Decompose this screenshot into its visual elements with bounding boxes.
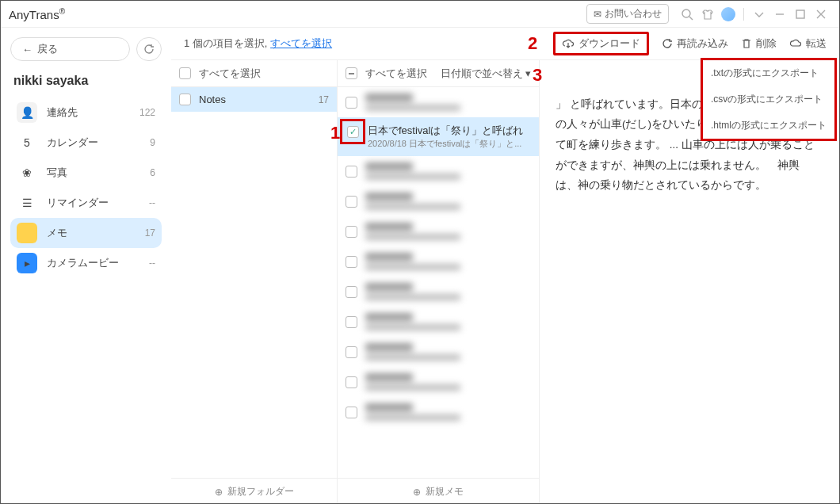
- minimize-icon[interactable]: [772, 6, 788, 22]
- notes-select-all-checkbox[interactable]: [346, 67, 357, 79]
- new-note-button[interactable]: ⊕ 新規メモ: [338, 478, 539, 504]
- svg-rect-3: [796, 10, 804, 18]
- account-name: nikki sayaka: [13, 74, 162, 88]
- annotation-1: 1: [330, 123, 340, 143]
- back-button[interactable]: ← 戻る: [10, 37, 130, 61]
- sidebar-icon: 👤: [17, 102, 37, 123]
- svg-line-1: [689, 17, 693, 20]
- sidebar-item-0[interactable]: 👤連絡先122: [10, 97, 162, 128]
- list-item[interactable]: [338, 186, 539, 216]
- folder-select-all-checkbox[interactable]: [179, 67, 191, 79]
- export-txt[interactable]: .txtの形式にエクスポート: [703, 60, 834, 86]
- note-checkbox[interactable]: [346, 226, 357, 238]
- note-checkbox[interactable]: [346, 256, 357, 268]
- note-checkbox[interactable]: [346, 286, 357, 298]
- cloud-transfer-icon: [789, 38, 802, 49]
- folder-head-label: すべてを選択: [199, 67, 261, 81]
- export-html[interactable]: .htmlの形式にエクスポート: [703, 113, 834, 139]
- annotation-3: 3: [533, 65, 542, 86]
- list-item[interactable]: [338, 397, 539, 427]
- folder-row-notes[interactable]: Notes 17: [171, 87, 337, 112]
- note-checkbox[interactable]: [346, 407, 357, 418]
- sidebar-item-3[interactable]: ☰リマインダー--: [10, 188, 162, 218]
- note-checkbox[interactable]: [346, 346, 357, 358]
- note-checkbox-selected[interactable]: [347, 126, 359, 138]
- trash-icon: [741, 38, 752, 49]
- plus-icon: ⊕: [215, 487, 223, 498]
- maximize-icon[interactable]: [792, 6, 808, 22]
- list-item[interactable]: [338, 87, 539, 117]
- sidebar-item-1[interactable]: 5カレンダー9: [10, 128, 162, 158]
- plus-icon: ⊕: [413, 487, 421, 498]
- sidebar-icon: [17, 223, 37, 243]
- sort-button[interactable]: 日付順で並べ替え ▾: [441, 67, 531, 81]
- note-checkbox[interactable]: [346, 196, 357, 208]
- reload-button[interactable]: 再読み込み: [662, 36, 728, 51]
- list-item-selected[interactable]: 日本でfestivalは「祭り」と呼ばれ2020/8/18 日本でfestiva…: [338, 117, 539, 156]
- note-checkbox[interactable]: [346, 97, 357, 109]
- contact-button[interactable]: ✉ お問い合わせ: [586, 4, 669, 24]
- search-icon[interactable]: [679, 6, 695, 22]
- app-title: AnyTrans®: [9, 7, 65, 21]
- select-all-link[interactable]: すべてを選択: [270, 37, 332, 49]
- arrow-left-icon: ←: [22, 44, 32, 55]
- sidebar-item-2[interactable]: ❀写真6: [10, 158, 162, 188]
- annotation-2: 2: [528, 33, 537, 54]
- note-checkbox[interactable]: [346, 376, 357, 388]
- close-icon[interactable]: [813, 6, 829, 22]
- svg-point-0: [682, 10, 690, 17]
- cloud-download-icon: [562, 37, 575, 50]
- chevron-down-icon[interactable]: [751, 6, 767, 22]
- list-item[interactable]: [338, 246, 539, 277]
- selection-status: 1 個の項目を選択, すべてを選択: [184, 36, 332, 51]
- sidebar-icon: ❀: [17, 162, 37, 183]
- chevron-down-icon: ▾: [525, 67, 531, 79]
- export-menu: .txtの形式にエクスポート .csvの形式にエクスポート .htmlの形式にエ…: [701, 58, 837, 141]
- sidebar-icon: ☰: [17, 193, 37, 213]
- transfer-button[interactable]: 転送: [789, 36, 827, 51]
- note-checkbox[interactable]: [346, 166, 357, 178]
- notes-head-label: すべてを選択: [365, 67, 427, 81]
- mail-icon: ✉: [594, 9, 601, 20]
- list-item[interactable]: [338, 337, 539, 367]
- list-item[interactable]: [338, 216, 539, 246]
- new-folder-button[interactable]: ⊕ 新規フォルダー: [171, 478, 337, 504]
- list-item[interactable]: [338, 367, 539, 397]
- shirt-icon[interactable]: [700, 6, 716, 22]
- download-button[interactable]: ダウンロード: [553, 32, 649, 55]
- sidebar-item-4[interactable]: メモ17: [10, 218, 162, 248]
- sidebar-icon: 5: [17, 132, 37, 153]
- list-item[interactable]: [338, 307, 539, 337]
- user-avatar[interactable]: [720, 6, 736, 22]
- export-csv[interactable]: .csvの形式にエクスポート: [703, 86, 834, 113]
- refresh-icon: [143, 44, 155, 55]
- note-checkbox[interactable]: [346, 316, 357, 328]
- sidebar-item-5[interactable]: ▸カメラムービー--: [10, 248, 162, 278]
- delete-button[interactable]: 削除: [741, 36, 777, 51]
- list-item[interactable]: [338, 156, 539, 186]
- list-item[interactable]: [338, 277, 539, 307]
- sidebar-icon: ▸: [17, 253, 37, 273]
- reload-icon: [662, 38, 673, 49]
- refresh-button[interactable]: [136, 37, 162, 61]
- folder-checkbox[interactable]: [179, 94, 191, 105]
